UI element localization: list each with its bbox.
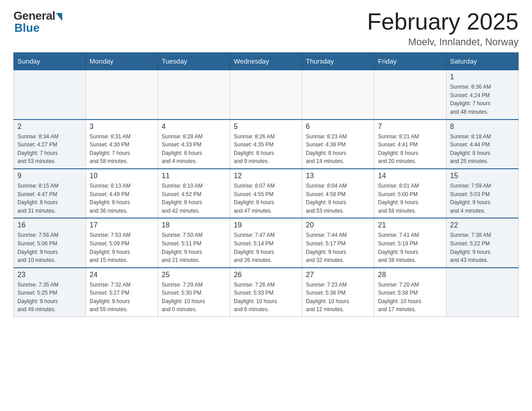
calendar-cell: 11Sunrise: 8:10 AMSunset: 4:52 PMDayligh… xyxy=(158,169,230,218)
calendar-cell: 4Sunrise: 8:28 AMSunset: 4:33 PMDaylight… xyxy=(158,120,230,169)
calendar-cell: 2Sunrise: 8:34 AMSunset: 4:27 PMDaylight… xyxy=(14,120,86,169)
day-number: 19 xyxy=(234,221,298,229)
week-row-4: 16Sunrise: 7:56 AMSunset: 5:06 PMDayligh… xyxy=(14,218,519,267)
day-number: 15 xyxy=(450,172,515,180)
calendar-cell xyxy=(158,70,230,119)
day-info: Sunrise: 8:23 AMSunset: 4:38 PMDaylight:… xyxy=(306,133,370,166)
week-row-2: 2Sunrise: 8:34 AMSunset: 4:27 PMDaylight… xyxy=(14,120,519,169)
weekday-header-wednesday: Wednesday xyxy=(230,53,302,70)
calendar-title: February 2025 xyxy=(367,9,519,34)
weekday-header-sunday: Sunday xyxy=(14,53,86,70)
day-info: Sunrise: 8:18 AMSunset: 4:44 PMDaylight:… xyxy=(450,133,515,166)
calendar-cell: 20Sunrise: 7:44 AMSunset: 5:17 PMDayligh… xyxy=(302,218,374,267)
calendar-cell: 10Sunrise: 8:13 AMSunset: 4:49 PMDayligh… xyxy=(86,169,158,218)
calendar-cell xyxy=(446,268,519,317)
calendar-cell: 5Sunrise: 8:26 AMSunset: 4:35 PMDaylight… xyxy=(230,120,302,169)
day-info: Sunrise: 8:31 AMSunset: 4:30 PMDaylight:… xyxy=(90,133,154,166)
day-number: 12 xyxy=(234,172,298,180)
calendar-cell: 19Sunrise: 7:47 AMSunset: 5:14 PMDayligh… xyxy=(230,218,302,267)
day-number: 25 xyxy=(162,271,226,279)
logo: General Blue xyxy=(13,9,62,35)
day-number: 17 xyxy=(90,221,154,229)
calendar-cell: 18Sunrise: 7:50 AMSunset: 5:11 PMDayligh… xyxy=(158,218,230,267)
calendar-cell: 13Sunrise: 8:04 AMSunset: 4:58 PMDayligh… xyxy=(302,169,374,218)
day-number: 1 xyxy=(450,73,515,81)
day-info: Sunrise: 8:36 AMSunset: 4:24 PMDaylight:… xyxy=(450,83,515,116)
calendar-body: 1Sunrise: 8:36 AMSunset: 4:24 PMDaylight… xyxy=(14,70,519,317)
calendar-cell: 12Sunrise: 8:07 AMSunset: 4:55 PMDayligh… xyxy=(230,169,302,218)
day-number: 23 xyxy=(17,271,82,279)
day-info: Sunrise: 8:13 AMSunset: 4:49 PMDaylight:… xyxy=(90,182,154,215)
calendar-cell: 3Sunrise: 8:31 AMSunset: 4:30 PMDaylight… xyxy=(86,120,158,169)
day-number: 16 xyxy=(17,221,82,229)
calendar-cell: 17Sunrise: 7:53 AMSunset: 5:09 PMDayligh… xyxy=(86,218,158,267)
calendar-cell: 25Sunrise: 7:29 AMSunset: 5:30 PMDayligh… xyxy=(158,268,230,317)
calendar-table: SundayMondayTuesdayWednesdayThursdayFrid… xyxy=(13,52,519,317)
weekday-header-saturday: Saturday xyxy=(446,53,519,70)
day-number: 21 xyxy=(378,221,442,229)
calendar-cell: 6Sunrise: 8:23 AMSunset: 4:38 PMDaylight… xyxy=(302,120,374,169)
day-info: Sunrise: 8:15 AMSunset: 4:47 PMDaylight:… xyxy=(17,182,82,215)
day-info: Sunrise: 8:04 AMSunset: 4:58 PMDaylight:… xyxy=(306,182,370,215)
day-number: 7 xyxy=(378,123,442,131)
calendar-cell xyxy=(374,70,446,119)
day-number: 11 xyxy=(162,172,226,180)
day-number: 4 xyxy=(162,123,226,131)
day-number: 5 xyxy=(234,123,298,131)
day-info: Sunrise: 7:59 AMSunset: 5:03 PMDaylight:… xyxy=(450,182,515,215)
calendar-subtitle: Moelv, Innlandet, Norway xyxy=(367,36,519,48)
calendar-cell: 22Sunrise: 7:38 AMSunset: 5:22 PMDayligh… xyxy=(446,218,519,267)
day-info: Sunrise: 7:32 AMSunset: 5:27 PMDaylight:… xyxy=(90,281,154,314)
day-info: Sunrise: 7:53 AMSunset: 5:09 PMDaylight:… xyxy=(90,231,154,264)
day-info: Sunrise: 8:34 AMSunset: 4:27 PMDaylight:… xyxy=(17,133,82,166)
day-number: 24 xyxy=(90,271,154,279)
day-number: 18 xyxy=(162,221,226,229)
day-info: Sunrise: 8:01 AMSunset: 5:00 PMDaylight:… xyxy=(378,182,442,215)
calendar-cell: 27Sunrise: 7:23 AMSunset: 5:36 PMDayligh… xyxy=(302,268,374,317)
logo-arrow-icon xyxy=(56,13,62,21)
day-number: 22 xyxy=(450,221,515,229)
weekday-header-monday: Monday xyxy=(86,53,158,70)
weekday-header-thursday: Thursday xyxy=(302,53,374,70)
calendar-cell: 9Sunrise: 8:15 AMSunset: 4:47 PMDaylight… xyxy=(14,169,86,218)
day-info: Sunrise: 7:26 AMSunset: 5:33 PMDaylight:… xyxy=(234,281,298,314)
day-number: 28 xyxy=(378,271,442,279)
day-number: 13 xyxy=(306,172,370,180)
calendar-cell: 7Sunrise: 8:21 AMSunset: 4:41 PMDaylight… xyxy=(374,120,446,169)
day-number: 26 xyxy=(234,271,298,279)
calendar-header: SundayMondayTuesdayWednesdayThursdayFrid… xyxy=(14,53,519,70)
day-info: Sunrise: 7:41 AMSunset: 5:19 PMDaylight:… xyxy=(378,231,442,264)
calendar-cell xyxy=(14,70,86,119)
day-number: 9 xyxy=(17,172,82,180)
day-number: 27 xyxy=(306,271,370,279)
calendar-cell: 16Sunrise: 7:56 AMSunset: 5:06 PMDayligh… xyxy=(14,218,86,267)
calendar-cell: 21Sunrise: 7:41 AMSunset: 5:19 PMDayligh… xyxy=(374,218,446,267)
day-number: 3 xyxy=(90,123,154,131)
calendar-cell: 24Sunrise: 7:32 AMSunset: 5:27 PMDayligh… xyxy=(86,268,158,317)
day-info: Sunrise: 7:23 AMSunset: 5:36 PMDaylight:… xyxy=(306,281,370,314)
calendar-cell: 14Sunrise: 8:01 AMSunset: 5:00 PMDayligh… xyxy=(374,169,446,218)
day-info: Sunrise: 8:28 AMSunset: 4:33 PMDaylight:… xyxy=(162,133,226,166)
day-number: 8 xyxy=(450,123,515,131)
day-info: Sunrise: 8:07 AMSunset: 4:55 PMDaylight:… xyxy=(234,182,298,215)
day-info: Sunrise: 7:35 AMSunset: 5:25 PMDaylight:… xyxy=(17,281,82,314)
calendar-cell xyxy=(86,70,158,119)
day-number: 20 xyxy=(306,221,370,229)
weekday-header-friday: Friday xyxy=(374,53,446,70)
weekday-header-tuesday: Tuesday xyxy=(158,53,230,70)
day-info: Sunrise: 8:21 AMSunset: 4:41 PMDaylight:… xyxy=(378,133,442,166)
calendar-cell: 8Sunrise: 8:18 AMSunset: 4:44 PMDaylight… xyxy=(446,120,519,169)
calendar-cell: 26Sunrise: 7:26 AMSunset: 5:33 PMDayligh… xyxy=(230,268,302,317)
calendar-cell: 1Sunrise: 8:36 AMSunset: 4:24 PMDaylight… xyxy=(446,70,519,119)
title-section: February 2025 Moelv, Innlandet, Norway xyxy=(367,9,519,48)
week-row-3: 9Sunrise: 8:15 AMSunset: 4:47 PMDaylight… xyxy=(14,169,519,218)
weekday-header-row: SundayMondayTuesdayWednesdayThursdayFrid… xyxy=(14,53,519,70)
day-info: Sunrise: 8:26 AMSunset: 4:35 PMDaylight:… xyxy=(234,133,298,166)
day-number: 14 xyxy=(378,172,442,180)
day-info: Sunrise: 8:10 AMSunset: 4:52 PMDaylight:… xyxy=(162,182,226,215)
day-info: Sunrise: 7:29 AMSunset: 5:30 PMDaylight:… xyxy=(162,281,226,314)
day-info: Sunrise: 7:56 AMSunset: 5:06 PMDaylight:… xyxy=(17,231,82,264)
day-info: Sunrise: 7:38 AMSunset: 5:22 PMDaylight:… xyxy=(450,231,515,264)
day-number: 10 xyxy=(90,172,154,180)
day-number: 2 xyxy=(17,123,82,131)
